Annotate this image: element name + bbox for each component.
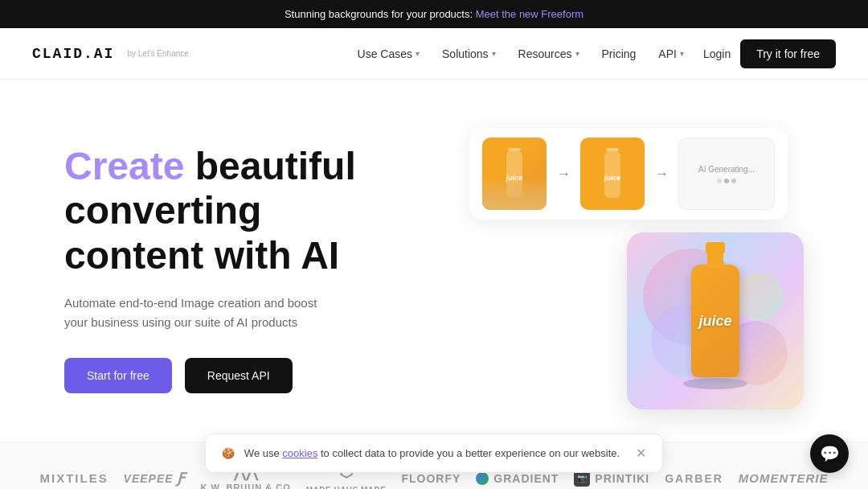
- hero-visual: juice → juice → AI Generating...: [402, 128, 804, 409]
- image-strip: juice → juice → AI Generating...: [469, 128, 788, 220]
- arrow-icon-2: →: [654, 166, 669, 183]
- chat-icon: 💬: [820, 444, 840, 463]
- logo-gradient: Gradient: [476, 472, 559, 485]
- svg-rect-3: [606, 148, 619, 151]
- svg-text:juice: juice: [604, 174, 621, 182]
- chevron-icon: ▾: [416, 49, 420, 58]
- chevron-icon: ▾: [575, 49, 579, 58]
- logo-momenterie: momenterie: [739, 471, 829, 485]
- cookie-close-button[interactable]: ✕: [636, 446, 646, 461]
- chevron-icon: ▾: [680, 49, 684, 58]
- result-image: juice: [627, 232, 804, 409]
- banner-text: Stunning backgrounds for your products:: [285, 8, 476, 20]
- dot-2: [724, 179, 729, 183]
- svg-rect-0: [508, 148, 521, 151]
- nav-pricing[interactable]: Pricing: [602, 47, 637, 60]
- logo-veepee: Veepee ƒ: [124, 471, 186, 486]
- generating-label: AI Generating...: [698, 165, 755, 174]
- nav-links: Use Cases ▾ Solutions ▾ Resources ▾ Pric…: [358, 47, 684, 60]
- pedestal: [683, 378, 747, 389]
- nav-api[interactable]: API ▾: [658, 47, 684, 60]
- bottle-cap: [706, 242, 725, 253]
- juice-before-2: juice: [580, 138, 645, 210]
- hero-section: Create beautiful converting content with…: [0, 80, 868, 442]
- generating-box: AI Generating...: [678, 138, 775, 210]
- cookie-banner: 🍪 We use cookies to collect data to prov…: [205, 434, 663, 473]
- nav-use-cases[interactable]: Use Cases ▾: [358, 47, 420, 60]
- dot-3: [731, 179, 736, 183]
- chevron-icon: ▾: [492, 49, 496, 58]
- dot-1: [717, 179, 722, 183]
- logo-mixtiles: MIXTILES: [39, 471, 108, 485]
- result-inner: juice: [667, 253, 764, 389]
- top-banner: Stunning backgrounds for your products: …: [0, 0, 868, 28]
- logo-sub: by Let's Enhance: [127, 49, 188, 58]
- nav-resources[interactable]: Resources ▾: [518, 47, 579, 60]
- start-free-button[interactable]: Start for free: [64, 358, 172, 393]
- cookie-text: We use cookies to collect data to provid…: [244, 447, 620, 459]
- hero-title: Create beautiful converting content with…: [64, 144, 402, 277]
- juice-bottle-result: juice: [691, 265, 739, 377]
- chat-widget[interactable]: 💬: [810, 434, 849, 473]
- request-api-button[interactable]: Request API: [185, 358, 293, 393]
- try-free-button[interactable]: Try it for free: [740, 39, 836, 68]
- nav-solutions[interactable]: Solutions ▾: [442, 47, 496, 60]
- hero-title-highlight: Create: [64, 145, 184, 187]
- arrow-icon: →: [556, 166, 571, 183]
- logo: CLAID.AI: [32, 46, 114, 62]
- banner-link[interactable]: Meet the new Freeform: [476, 8, 583, 20]
- hero-buttons: Start for free Request API: [64, 358, 402, 393]
- bottle-label: juice: [698, 313, 731, 330]
- juice-before-1: juice: [482, 138, 547, 210]
- cookie-link[interactable]: cookies: [282, 447, 317, 459]
- hero-text: Create beautiful converting content with…: [64, 144, 402, 393]
- generating-dots: [717, 179, 736, 183]
- logo-floorfy: FLOORFY: [401, 472, 461, 485]
- hero-subtitle: Automate end-to-end Image creation and b…: [64, 294, 338, 332]
- juice-bottle-icon-2: juice: [598, 142, 627, 206]
- logo-garber: GARBER: [665, 472, 723, 485]
- navbar: CLAID.AI by Let's Enhance Use Cases ▾ So…: [0, 28, 868, 80]
- cookie-icon: 🍪: [222, 447, 235, 459]
- login-button[interactable]: Login: [703, 47, 731, 60]
